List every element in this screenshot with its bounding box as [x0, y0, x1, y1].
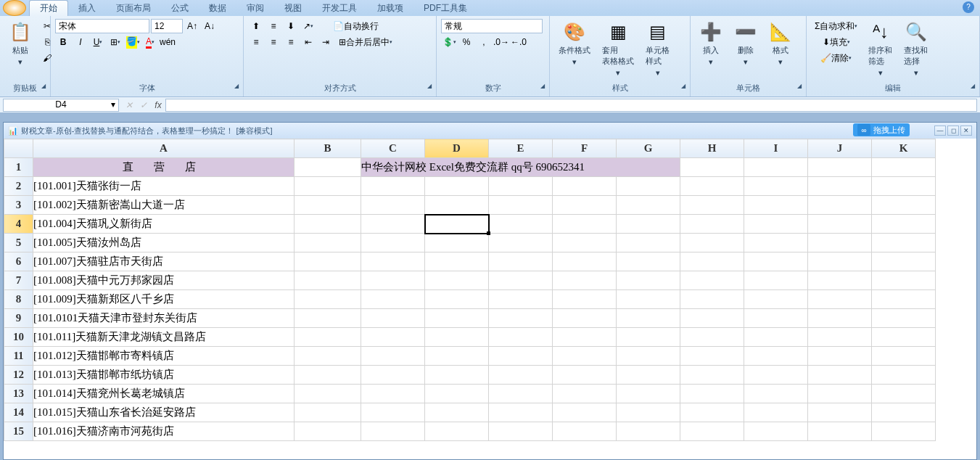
close-button[interactable]: ✕	[960, 126, 972, 136]
cell-F4[interactable]	[553, 215, 617, 234]
cell-D12[interactable]	[425, 366, 489, 385]
cell-E5[interactable]	[489, 234, 553, 252]
cell-G13[interactable]	[617, 385, 680, 403]
cell-B9[interactable]	[295, 309, 361, 328]
cell-I9[interactable]	[744, 309, 808, 328]
cell-J1[interactable]	[808, 158, 872, 177]
insert-cells-button[interactable]: ➕插入▾	[695, 19, 727, 68]
cell-D8[interactable]	[425, 290, 489, 309]
cell-C4[interactable]	[361, 215, 425, 234]
cell-B3[interactable]	[295, 196, 361, 215]
cell-K10[interactable]	[872, 328, 936, 347]
cell-I10[interactable]	[744, 328, 808, 347]
cell-H5[interactable]	[680, 234, 744, 252]
col-header-C[interactable]: C	[361, 139, 425, 158]
col-header-B[interactable]: B	[295, 139, 361, 158]
cell-J6[interactable]	[808, 252, 872, 271]
col-header-G[interactable]: G	[617, 139, 680, 158]
cell-C10[interactable]	[361, 328, 425, 347]
cell-F2[interactable]	[553, 177, 617, 196]
cell-A8[interactable]: [101.009]天猫新郑区八千乡店	[33, 290, 295, 309]
row-header-11[interactable]: 11	[4, 347, 33, 366]
cell-K15[interactable]	[872, 422, 936, 441]
cell-D15[interactable]	[425, 422, 489, 441]
cell-B6[interactable]	[295, 252, 361, 271]
cell-F15[interactable]	[553, 422, 617, 441]
cell-G8[interactable]	[617, 290, 680, 309]
row-header-7[interactable]: 7	[4, 271, 33, 290]
cell-G3[interactable]	[617, 196, 680, 215]
cell-H11[interactable]	[680, 347, 744, 366]
phonetic-button[interactable]: wén	[160, 35, 176, 49]
row-header-14[interactable]: 14	[4, 403, 33, 422]
col-header-H[interactable]: H	[680, 139, 744, 158]
font-color-button[interactable]: A▾	[142, 35, 158, 49]
cell-G9[interactable]	[617, 309, 680, 328]
col-header-F[interactable]: F	[553, 139, 617, 158]
cell-J2[interactable]	[808, 177, 872, 196]
comma-button[interactable]: ,	[476, 35, 492, 49]
row-header-8[interactable]: 8	[4, 290, 33, 309]
cell-A6[interactable]: [101.007]天猫驻店市天街店	[33, 252, 295, 271]
cell-K14[interactable]	[872, 403, 936, 422]
cell-C13[interactable]	[361, 385, 425, 403]
cell-H3[interactable]	[680, 196, 744, 215]
col-header-E[interactable]: E	[489, 139, 553, 158]
cell-A2[interactable]: [101.001]天猫张街一店	[33, 177, 295, 196]
cell-C5[interactable]	[361, 234, 425, 252]
cell-E13[interactable]	[489, 385, 553, 403]
cell-I3[interactable]	[744, 196, 808, 215]
cell-F6[interactable]	[553, 252, 617, 271]
cell-B4[interactable]	[295, 215, 361, 234]
cell-B12[interactable]	[295, 366, 361, 385]
tab-data[interactable]: 数据	[199, 1, 236, 16]
cell-A3[interactable]: [101.002]天猫新密嵩山大道一店	[33, 196, 295, 215]
cell-I4[interactable]	[744, 215, 808, 234]
cell-K3[interactable]	[872, 196, 936, 215]
cell-A4[interactable]: [101.004]天猫巩义新街店	[33, 215, 295, 234]
align-bottom-button[interactable]: ⬇	[283, 19, 299, 33]
col-header-D[interactable]: D	[425, 139, 489, 158]
cell-E7[interactable]	[489, 271, 553, 290]
clear-button[interactable]: 🧹 清除▾	[811, 51, 861, 65]
cell-E6[interactable]	[489, 252, 553, 271]
tab-developer[interactable]: 开发工具	[312, 1, 367, 16]
formula-input[interactable]	[165, 99, 977, 112]
cell-H8[interactable]	[680, 290, 744, 309]
cell-G10[interactable]	[617, 328, 680, 347]
cell-J8[interactable]	[808, 290, 872, 309]
tab-insert[interactable]: 插入	[68, 1, 106, 16]
cell-G6[interactable]	[617, 252, 680, 271]
row-header-12[interactable]: 12	[4, 366, 33, 385]
cell-B2[interactable]	[295, 177, 361, 196]
row-header-1[interactable]: 1	[4, 158, 33, 177]
fx-button[interactable]: fx	[151, 98, 165, 112]
cell-A11[interactable]: [101.012]天猫邯郸市寄料镇店	[33, 347, 295, 366]
fill-color-button[interactable]: 🪣▾	[125, 35, 141, 49]
cell-D2[interactable]	[425, 177, 489, 196]
row-header-6[interactable]: 6	[4, 252, 33, 271]
cloud-upload-badge[interactable]: ∞ 拖拽上传	[853, 123, 910, 136]
cell-I14[interactable]	[744, 403, 808, 422]
row-header-2[interactable]: 2	[4, 177, 33, 196]
cell-H13[interactable]	[680, 385, 744, 403]
cell-G7[interactable]	[617, 271, 680, 290]
cell-D11[interactable]	[425, 347, 489, 366]
cell-D5[interactable]	[425, 234, 489, 252]
cell-C6[interactable]	[361, 252, 425, 271]
align-middle-button[interactable]: ≡	[265, 19, 281, 33]
tab-addins[interactable]: 加载项	[367, 1, 413, 16]
cell-F14[interactable]	[553, 403, 617, 422]
number-format-select[interactable]	[441, 19, 543, 33]
cell-C11[interactable]	[361, 347, 425, 366]
cell-F5[interactable]	[553, 234, 617, 252]
cell-C2[interactable]	[361, 177, 425, 196]
cell-E15[interactable]	[489, 422, 553, 441]
col-header-A[interactable]: A	[33, 139, 295, 158]
sort-filter-button[interactable]: ᴬ↓排序和 筛选▾	[864, 19, 897, 79]
bold-button[interactable]: B	[55, 35, 71, 49]
decrease-indent-button[interactable]: ⇤	[300, 35, 316, 49]
cell-G12[interactable]	[617, 366, 680, 385]
tab-formulas[interactable]: 公式	[161, 1, 199, 16]
cell-H9[interactable]	[680, 309, 744, 328]
